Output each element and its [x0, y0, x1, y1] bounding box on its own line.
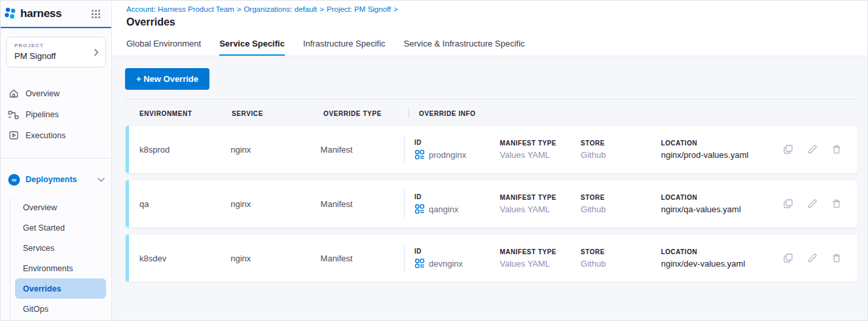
- sidebar-item-pipelines[interactable]: Pipelines: [1, 104, 111, 125]
- executions-icon: [8, 130, 19, 142]
- subnav-item-label: Services: [23, 244, 54, 253]
- location-label: LOCATION: [661, 248, 783, 255]
- row-divider: [404, 190, 405, 217]
- page-header: Account: Harness Product Team>Organizati…: [112, 1, 867, 32]
- delete-icon[interactable]: [831, 144, 842, 155]
- breadcrumb-account-link[interactable]: Account: Harness Product Team: [126, 5, 234, 13]
- store-value: Github: [581, 204, 661, 214]
- location-label: LOCATION: [661, 194, 783, 201]
- svg-text:∞: ∞: [12, 176, 16, 183]
- override-type-cell: Manifest: [321, 254, 405, 263]
- subnav-item-label: Environments: [23, 264, 73, 273]
- home-icon: [8, 88, 19, 100]
- sidebar-nav: Overview Pipelines Executions: [1, 83, 111, 146]
- subnav-item-get-started[interactable]: Get Started: [1, 217, 111, 238]
- id-value: prodnginx: [429, 150, 466, 160]
- override-type-cell: Manifest: [321, 145, 405, 155]
- copy-icon[interactable]: [783, 144, 793, 155]
- service-cell: nginx: [230, 254, 320, 263]
- breadcrumb-project-link[interactable]: Project: PM Signoff: [327, 5, 391, 13]
- table-row[interactable]: k8sprod nginx Manifest ID prodnginx MANI…: [125, 125, 858, 174]
- row-actions: [783, 253, 858, 263]
- delete-icon[interactable]: [831, 253, 842, 263]
- store-cell: STORE Github: [581, 194, 661, 214]
- location-label: LOCATION: [661, 140, 783, 147]
- page-title: Overrides: [126, 16, 867, 28]
- column-header-override-info: OVERRIDE INFO: [419, 110, 476, 117]
- grid-icon[interactable]: [89, 7, 102, 20]
- manifest-type-label: MANIFEST TYPE: [500, 194, 581, 201]
- location-cell: LOCATION nginx/prod-values.yaml: [661, 140, 783, 160]
- table-row[interactable]: k8sdev nginx Manifest ID devnginx MANIFE…: [125, 234, 858, 282]
- tab-service-infrastructure-specific[interactable]: Service & Infrastructure Specific: [404, 32, 525, 56]
- subnav-item-overrides[interactable]: Overrides: [15, 278, 106, 299]
- store-cell: STORE Github: [581, 140, 661, 160]
- sidebar-item-label: Overview: [26, 89, 60, 98]
- manifest-type-cell: MANIFEST TYPE Values YAML: [500, 248, 581, 269]
- row-divider: [404, 244, 405, 272]
- tab-global-environment[interactable]: Global Environment: [126, 32, 201, 56]
- breadcrumb-separator: >: [319, 5, 324, 13]
- header-divider: [408, 109, 409, 118]
- id-icon: [414, 149, 425, 160]
- content-area: + New Override ENVIRONMENT SERVICE OVERR…: [112, 56, 867, 320]
- project-selector[interactable]: PROJECT PM Signoff: [6, 37, 106, 67]
- delete-icon[interactable]: [831, 198, 842, 209]
- subnav-item-overview[interactable]: Overview: [1, 197, 111, 217]
- column-header-environment: ENVIRONMENT: [139, 110, 232, 117]
- breadcrumb-org-link[interactable]: Organizations: default: [244, 5, 317, 13]
- sidebar: harness PROJECT PM Signoff Ov: [1, 1, 112, 320]
- manifest-type-value: Values YAML: [500, 150, 581, 160]
- edit-icon[interactable]: [807, 198, 818, 209]
- location-cell: LOCATION nginx/dev-values.yaml: [661, 248, 783, 269]
- brand-header: harness: [1, 1, 111, 27]
- manifest-type-cell: MANIFEST TYPE Values YAML: [500, 140, 581, 160]
- copy-icon[interactable]: [783, 198, 793, 209]
- table-row[interactable]: qa nginx Manifest ID qanginx MANIFEST TY…: [125, 179, 858, 228]
- brand-name: harness: [20, 7, 62, 20]
- subnav-item-label: Overview: [23, 203, 57, 212]
- service-cell: nginx: [230, 199, 320, 209]
- override-type-cell: Manifest: [321, 199, 405, 209]
- sidebar-item-label: Executions: [26, 131, 65, 140]
- id-cell: ID prodnginx: [414, 139, 499, 160]
- subnav-item-services[interactable]: Services: [1, 238, 111, 258]
- column-header-service: SERVICE: [232, 110, 323, 117]
- store-value: Github: [581, 259, 661, 269]
- manifest-type-label: MANIFEST TYPE: [500, 140, 581, 147]
- table-header-row: ENVIRONMENT SERVICE OVERRIDE TYPE OVERRI…: [125, 100, 858, 125]
- row-actions: [783, 198, 858, 209]
- subnav-item-label: Get Started: [23, 223, 65, 233]
- sidebar-item-executions[interactable]: Executions: [1, 125, 111, 146]
- edit-icon[interactable]: [807, 253, 818, 263]
- tab-service-specific[interactable]: Service Specific: [219, 32, 285, 56]
- sidebar-divider: [1, 158, 111, 159]
- subnav-item-environments[interactable]: Environments: [1, 258, 111, 278]
- subnav-item-label: GitOps: [23, 305, 48, 314]
- tab-infrastructure-specific[interactable]: Infrastructure Specific: [303, 32, 386, 56]
- store-value: Github: [581, 150, 661, 160]
- sidebar-item-overview[interactable]: Overview: [1, 83, 111, 104]
- id-label: ID: [414, 248, 499, 255]
- manifest-type-cell: MANIFEST TYPE Values YAML: [500, 194, 581, 214]
- sidebar-item-deployments[interactable]: ∞ Deployments: [1, 168, 111, 191]
- store-label: STORE: [581, 194, 661, 201]
- subnav-item-gitops[interactable]: GitOps: [1, 299, 111, 319]
- manifest-type-value: Values YAML: [500, 204, 581, 214]
- id-label: ID: [414, 139, 499, 146]
- deployments-icon: ∞: [8, 174, 20, 186]
- id-value: qanginx: [429, 204, 459, 214]
- brand-rule: [1, 27, 111, 28]
- deployments-subnav: Overview Get Started Services Environmen…: [1, 197, 111, 319]
- id-value: devnginx: [429, 259, 463, 269]
- copy-icon[interactable]: [783, 253, 793, 263]
- service-cell: nginx: [230, 145, 320, 155]
- pipelines-icon: [8, 109, 19, 121]
- id-label: ID: [414, 193, 499, 200]
- new-override-button[interactable]: + New Override: [125, 68, 209, 90]
- project-label: PROJECT: [14, 43, 88, 48]
- edit-icon[interactable]: [807, 144, 818, 155]
- row-actions: [783, 144, 858, 155]
- id-icon: [414, 258, 425, 269]
- chevron-down-icon: [98, 178, 105, 182]
